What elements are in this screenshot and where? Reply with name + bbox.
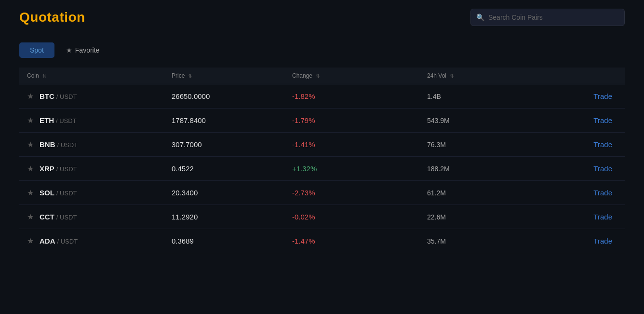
price-cell-XRP: 0.4522 bbox=[172, 164, 292, 173]
coin-base-BTC: BTC bbox=[40, 92, 54, 100]
coin-base-ETH: ETH bbox=[40, 116, 54, 124]
trade-button-BNB[interactable]: Trade bbox=[593, 140, 612, 149]
table-row: ★ ETH / USDT 1787.8400 -1.79% 543.9M Tra… bbox=[19, 109, 625, 133]
coin-base-SOL: SOL bbox=[40, 189, 54, 197]
coin-cell-4: ★ SOL / USDT bbox=[27, 189, 172, 197]
coin-quote-SOL: / USDT bbox=[56, 190, 77, 197]
coin-quote-CCT: / USDT bbox=[56, 214, 77, 221]
search-container: 🔍 bbox=[470, 9, 625, 26]
price-cell-ADA: 0.3689 bbox=[172, 237, 292, 245]
coin-quote-ETH: / USDT bbox=[56, 117, 77, 124]
trade-cell-CCT: Trade bbox=[562, 213, 617, 221]
coin-pair-ETH: ETH / USDT bbox=[40, 116, 77, 124]
col-vol-sort-icon[interactable] bbox=[450, 73, 454, 79]
coin-base-XRP: XRP bbox=[40, 164, 54, 173]
table-row: ★ CCT / USDT 11.2920 -0.02% 22.6M Trade bbox=[19, 205, 625, 229]
page-title: Quotation bbox=[19, 10, 85, 25]
coin-quote-BTC: / USDT bbox=[56, 93, 77, 100]
coin-cell-5: ★ CCT / USDT bbox=[27, 213, 172, 221]
vol-cell-ADA: 35.7M bbox=[427, 237, 562, 245]
change-cell-SOL: -2.73% bbox=[292, 189, 427, 197]
coin-cell-1: ★ ETH / USDT bbox=[27, 116, 172, 124]
trade-cell-ADA: Trade bbox=[562, 237, 617, 245]
change-cell-XRP: +1.32% bbox=[292, 164, 427, 173]
trade-button-SOL[interactable]: Trade bbox=[593, 189, 612, 197]
coin-quote-BNB: / USDT bbox=[57, 141, 78, 149]
vol-cell-BNB: 76.3M bbox=[427, 141, 562, 149]
col-change-sort-icon[interactable] bbox=[316, 73, 320, 79]
change-cell-ADA: -1.47% bbox=[292, 237, 427, 245]
favorite-toggle-BNB[interactable]: ★ bbox=[27, 141, 34, 149]
trade-cell-XRP: Trade bbox=[562, 164, 617, 173]
favorite-toggle-CCT[interactable]: ★ bbox=[27, 213, 34, 221]
coin-base-BNB: BNB bbox=[40, 140, 55, 149]
coin-pair-BNB: BNB / USDT bbox=[40, 140, 78, 149]
table-body: ★ BTC / USDT 26650.0000 -1.82% 1.4B Trad… bbox=[19, 84, 625, 253]
coin-base-CCT: CCT bbox=[40, 213, 54, 221]
col-price-sort-icon[interactable] bbox=[188, 73, 192, 79]
trade-button-CCT[interactable]: Trade bbox=[593, 213, 612, 221]
favorite-toggle-XRP[interactable]: ★ bbox=[27, 165, 34, 173]
table-row: ★ SOL / USDT 20.3400 -2.73% 61.2M Trade bbox=[19, 181, 625, 205]
favorite-toggle-ETH[interactable]: ★ bbox=[27, 117, 34, 124]
coin-quote-XRP: / USDT bbox=[56, 165, 77, 173]
trade-cell-BNB: Trade bbox=[562, 140, 617, 149]
table-row: ★ BTC / USDT 26650.0000 -1.82% 1.4B Trad… bbox=[19, 84, 625, 109]
price-cell-BTC: 26650.0000 bbox=[172, 92, 292, 100]
change-cell-ETH: -1.79% bbox=[292, 116, 427, 124]
tab-favorite[interactable]: ★ Favorite bbox=[66, 46, 100, 54]
vol-cell-ETH: 543.9M bbox=[427, 117, 562, 124]
vol-cell-SOL: 61.2M bbox=[427, 189, 562, 197]
change-cell-BTC: -1.82% bbox=[292, 92, 427, 100]
favorite-toggle-ADA[interactable]: ★ bbox=[27, 237, 34, 245]
table-row: ★ XRP / USDT 0.4522 +1.32% 188.2M Trade bbox=[19, 157, 625, 181]
tab-spot[interactable]: Spot bbox=[19, 42, 54, 58]
coin-pair-BTC: BTC / USDT bbox=[40, 92, 77, 100]
trade-cell-SOL: Trade bbox=[562, 189, 617, 197]
col-coin-sort-icon[interactable] bbox=[42, 73, 46, 79]
col-change: Change bbox=[292, 72, 427, 79]
vol-cell-BTC: 1.4B bbox=[427, 93, 562, 100]
col-coin: Coin bbox=[27, 72, 172, 79]
change-cell-CCT: -0.02% bbox=[292, 213, 427, 221]
price-cell-ETH: 1787.8400 bbox=[172, 116, 292, 124]
col-vol: 24h Vol bbox=[427, 72, 562, 79]
col-action bbox=[562, 72, 617, 79]
page-header: Quotation 🔍 bbox=[0, 0, 644, 35]
coin-pair-ADA: ADA / USDT bbox=[40, 237, 78, 245]
search-input[interactable] bbox=[470, 9, 625, 26]
vol-cell-CCT: 22.6M bbox=[427, 213, 562, 221]
vol-cell-XRP: 188.2M bbox=[427, 165, 562, 173]
trade-button-XRP[interactable]: Trade bbox=[593, 164, 612, 173]
coin-table: Coin Price Change 24h Vol ★ BTC / USDT 2… bbox=[19, 68, 625, 253]
trade-button-BTC[interactable]: Trade bbox=[593, 92, 612, 100]
coin-cell-0: ★ BTC / USDT bbox=[27, 92, 172, 100]
trade-button-ADA[interactable]: Trade bbox=[593, 237, 612, 245]
price-cell-BNB: 307.7000 bbox=[172, 140, 292, 149]
coin-cell-3: ★ XRP / USDT bbox=[27, 164, 172, 173]
table-row: ★ ADA / USDT 0.3689 -1.47% 35.7M Trade bbox=[19, 229, 625, 253]
change-cell-BNB: -1.41% bbox=[292, 140, 427, 149]
tab-favorite-label: Favorite bbox=[75, 46, 100, 54]
trade-button-ETH[interactable]: Trade bbox=[593, 116, 612, 124]
favorite-toggle-BTC[interactable]: ★ bbox=[27, 93, 34, 100]
coin-base-ADA: ADA bbox=[40, 237, 55, 245]
coin-pair-SOL: SOL / USDT bbox=[40, 189, 77, 197]
coin-quote-ADA: / USDT bbox=[57, 238, 78, 245]
table-row: ★ BNB / USDT 307.7000 -1.41% 76.3M Trade bbox=[19, 133, 625, 157]
trade-cell-ETH: Trade bbox=[562, 116, 617, 124]
price-cell-CCT: 11.2920 bbox=[172, 213, 292, 221]
trade-cell-BTC: Trade bbox=[562, 92, 617, 100]
coin-cell-2: ★ BNB / USDT bbox=[27, 140, 172, 149]
search-icon: 🔍 bbox=[476, 14, 484, 21]
favorite-star-icon: ★ bbox=[66, 46, 72, 54]
coin-pair-CCT: CCT / USDT bbox=[40, 213, 77, 221]
col-price: Price bbox=[172, 72, 292, 79]
coin-cell-6: ★ ADA / USDT bbox=[27, 237, 172, 245]
tabs-area: Spot ★ Favorite bbox=[0, 35, 644, 58]
table-header: Coin Price Change 24h Vol bbox=[19, 68, 625, 84]
price-cell-SOL: 20.3400 bbox=[172, 189, 292, 197]
coin-pair-XRP: XRP / USDT bbox=[40, 164, 77, 173]
favorite-toggle-SOL[interactable]: ★ bbox=[27, 189, 34, 197]
